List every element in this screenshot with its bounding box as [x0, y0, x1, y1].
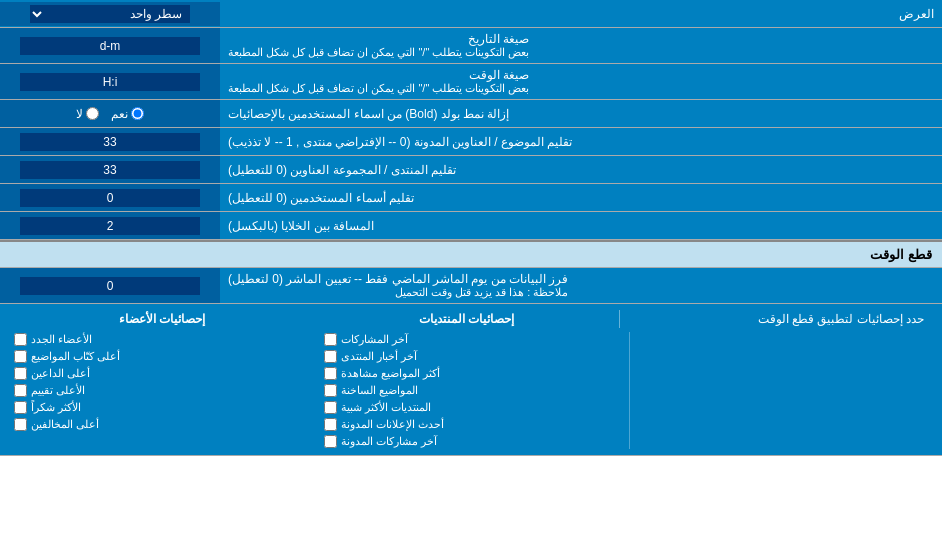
- display-row: العرض سطر واحد سطرين ثلاثة أسطر: [0, 0, 942, 28]
- bold-yes-label[interactable]: نعم: [111, 107, 144, 121]
- cell-spacing-label: المسافة بين الخلايا (بالبكسل): [220, 212, 942, 239]
- bold-remove-row: إزالة نمط بولد (Bold) من اسماء المستخدمي…: [0, 100, 942, 128]
- time-format-input[interactable]: [20, 73, 200, 91]
- forum-trim-input-cell: [0, 156, 220, 183]
- bold-remove-label: إزالة نمط بولد (Bold) من اسماء المستخدمي…: [220, 100, 942, 127]
- topic-trim-row: تقليم الموضوع / العناوين المدونة (0 -- ا…: [0, 128, 942, 156]
- checkbox-last-news[interactable]: [324, 350, 337, 363]
- col2-header: إحصائيات الأعضاء: [10, 310, 314, 328]
- time-format-input-cell: [0, 64, 220, 99]
- topic-trim-input-cell: [0, 128, 220, 155]
- cutoff-input[interactable]: [20, 277, 200, 295]
- topic-trim-input[interactable]: [20, 133, 200, 151]
- checkbox-col-members: الأعضاء الجدد أعلى كتّاب المواضيع أعلى ا…: [10, 332, 320, 449]
- main-wrapper: العرض سطر واحد سطرين ثلاثة أسطر صيغة الت…: [0, 0, 942, 456]
- checkbox-last-posts[interactable]: [324, 333, 337, 346]
- date-format-row: صيغة التاريخ بعض التكوينات يتطلب "/" الت…: [0, 28, 942, 64]
- left-spacer: [630, 332, 932, 449]
- checkbox-item: أحدث الإعلانات المدونة: [324, 417, 626, 432]
- checkbox-item: أعلى الداعين: [14, 366, 316, 381]
- checkbox-most-active-forums[interactable]: [324, 401, 337, 414]
- checkbox-top-referrers[interactable]: [14, 367, 27, 380]
- checkbox-item: أعلى المخالفين: [14, 417, 316, 432]
- checkbox-item: الأكثر شكراً: [14, 400, 316, 415]
- time-format-row: صيغة الوقت بعض التكوينات يتطلب "/" التي …: [0, 64, 942, 100]
- cell-spacing-input[interactable]: [20, 217, 200, 235]
- cutoff-input-cell: [0, 268, 220, 303]
- col1-header: إحصائيات المنتديات: [314, 310, 619, 328]
- checkbox-item: المنتديات الأكثر شبية: [324, 400, 626, 415]
- checkbox-item: الأعلى تقييم: [14, 383, 316, 398]
- display-label: العرض: [220, 3, 942, 25]
- forum-trim-input[interactable]: [20, 161, 200, 179]
- cell-spacing-row: المسافة بين الخلايا (بالبكسل): [0, 212, 942, 240]
- username-trim-input-cell: [0, 184, 220, 211]
- bold-no-label[interactable]: لا: [76, 107, 99, 121]
- limit-label: حدد إحصائيات لتطبيق قطع الوقت: [620, 310, 932, 328]
- forum-trim-label: تقليم المنتدى / المجموعة العناوين (0 للت…: [220, 156, 942, 183]
- username-trim-label: تقليم أسماء المستخدمين (0 للتعطيل): [220, 184, 942, 211]
- checkbox-item: آخر أخبار المنتدى: [324, 349, 626, 364]
- date-format-label: صيغة التاريخ بعض التكوينات يتطلب "/" الت…: [220, 28, 942, 63]
- display-select-cell: سطر واحد سطرين ثلاثة أسطر: [0, 2, 220, 26]
- cutoff-row: فرز البيانات من يوم الماشر الماضي فقط --…: [0, 268, 942, 304]
- bold-remove-radio-cell: نعم لا: [0, 100, 220, 127]
- checkbox-item: آخر مشاركات المدونة: [324, 434, 626, 449]
- cell-spacing-input-cell: [0, 212, 220, 239]
- cutoff-label: فرز البيانات من يوم الماشر الماضي فقط --…: [220, 268, 942, 303]
- checkbox-last-blog-posts[interactable]: [324, 435, 337, 448]
- time-format-label: صيغة الوقت بعض التكوينات يتطلب "/" التي …: [220, 64, 942, 99]
- checkbox-top-posters[interactable]: [14, 350, 27, 363]
- checkbox-most-viewed[interactable]: [324, 367, 337, 380]
- checkbox-item: أعلى كتّاب المواضيع: [14, 349, 316, 364]
- topic-trim-label: تقليم الموضوع / العناوين المدونة (0 -- ا…: [220, 128, 942, 155]
- checkbox-item: أكثر المواضيع مشاهدة: [324, 366, 626, 381]
- checkbox-top-rated[interactable]: [14, 384, 27, 397]
- checkboxes-section: حدد إحصائيات لتطبيق قطع الوقت إحصائيات ا…: [0, 304, 942, 456]
- forum-trim-row: تقليم المنتدى / المجموعة العناوين (0 للت…: [0, 156, 942, 184]
- checkbox-most-thanked[interactable]: [14, 401, 27, 414]
- checkbox-latest-announcements[interactable]: [324, 418, 337, 431]
- checkbox-item: آخر المشاركات: [324, 332, 626, 347]
- checkbox-new-members[interactable]: [14, 333, 27, 346]
- checkbox-item: الأعضاء الجدد: [14, 332, 316, 347]
- username-trim-row: تقليم أسماء المستخدمين (0 للتعطيل): [0, 184, 942, 212]
- date-format-input-cell: [0, 28, 220, 63]
- checkboxes-data: آخر المشاركات آخر أخبار المنتدى أكثر الم…: [10, 332, 932, 449]
- bold-no-radio[interactable]: [86, 107, 99, 120]
- username-trim-input[interactable]: [20, 189, 200, 207]
- checkbox-item: المواضيع الساخنة: [324, 383, 626, 398]
- date-format-input[interactable]: [20, 37, 200, 55]
- cutoff-section-header: قطع الوقت: [0, 240, 942, 268]
- bold-yes-radio[interactable]: [131, 107, 144, 120]
- checkbox-top-warned[interactable]: [14, 418, 27, 431]
- checkbox-headers: حدد إحصائيات لتطبيق قطع الوقت إحصائيات ا…: [10, 310, 932, 328]
- checkbox-col-forums: آخر المشاركات آخر أخبار المنتدى أكثر الم…: [320, 332, 631, 449]
- checkbox-hot-topics[interactable]: [324, 384, 337, 397]
- display-select[interactable]: سطر واحد سطرين ثلاثة أسطر: [30, 5, 190, 23]
